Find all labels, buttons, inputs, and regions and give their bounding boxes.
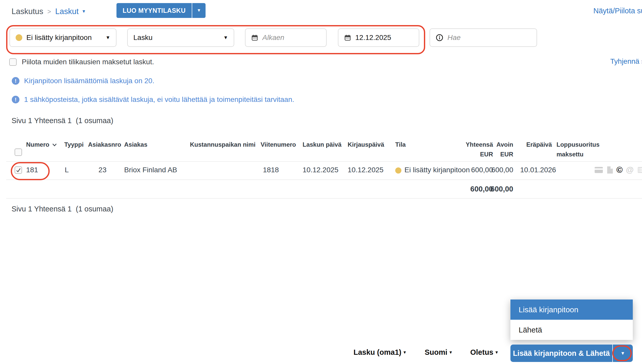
column-header-asiakas[interactable]: Asiakas	[124, 141, 147, 148]
column-header-kustannuspaikka[interactable]: Kustannuspaikan nimi	[190, 141, 255, 148]
column-header-viitenumero[interactable]: Viitenumero	[261, 141, 296, 148]
type-filter-value: Lasku	[133, 34, 153, 42]
menu-item-send[interactable]: Lähetä	[510, 320, 633, 340]
document-icon[interactable]	[606, 166, 613, 174]
type-filter-select[interactable]: Lasku ▼	[127, 28, 234, 47]
chevron-down-icon: ▼	[82, 9, 86, 14]
column-header-yhteensa[interactable]: Yhteensä	[455, 141, 493, 148]
template-select[interactable]: Lasku (oma1) ▼	[354, 348, 407, 357]
breadcrumb-section[interactable]: Laskutus	[12, 7, 43, 16]
search-placeholder: Hae	[447, 34, 461, 42]
cell-yhteensa: 600,00	[455, 166, 493, 174]
select-all-checkbox[interactable]	[15, 148, 22, 156]
date-from-input[interactable]: Alkaen	[245, 28, 327, 47]
column-header-yhteensa-unit: EUR	[455, 151, 493, 158]
hide-paid-checkbox[interactable]	[9, 58, 17, 66]
status-filter-value: Ei lisätty kirjanpitoon	[26, 34, 92, 42]
status-dot-icon	[16, 34, 22, 41]
create-invoice-split-button: LUO MYYNTILASKU ▼	[116, 3, 206, 18]
payment-card-icon[interactable]	[594, 167, 603, 173]
column-header-label: Numero	[26, 141, 49, 148]
notice-text[interactable]: 1 sähköposteista, jotka sisältävät lasku…	[24, 95, 294, 104]
hide-paid-invoices-control: Piilota muiden tilikausien maksetut lask…	[9, 58, 154, 66]
notice-text[interactable]: Kirjanpitoon lisäämättömiä laskuja on 20…	[24, 77, 154, 85]
details-list-icon[interactable]	[637, 166, 642, 174]
column-header-erapaiva[interactable]: Eräpäivä	[526, 141, 552, 148]
hide-paid-label: Piilota muiden tilikausien maksetut lask…	[22, 58, 154, 66]
credit-note-icon[interactable]: ©	[616, 166, 623, 174]
cell-viitenumero: 1818	[263, 166, 279, 174]
show-hide-filters-link[interactable]: Näytä/Piilota suod	[593, 7, 642, 15]
notice-failed-emails: ! 1 sähköposteista, jotka sisältävät las…	[12, 95, 294, 104]
column-header-asiakasnro[interactable]: Asiakasnro	[88, 141, 121, 148]
send-options-menu: Lisää kirjanpitoon Lähetä	[510, 299, 633, 340]
add-to-accounting-and-send-button[interactable]: Lisää kirjanpitoon & Lähetä	[510, 345, 612, 362]
layout-select[interactable]: Oletus ▼	[470, 348, 499, 357]
cell-kirjauspaiva: 10.12.2025	[348, 166, 383, 174]
column-header-loppusuoritus[interactable]: Loppusuoritus	[557, 141, 600, 148]
chevron-down-icon: ▼	[449, 350, 453, 355]
primary-action-dropdown-toggle[interactable]: ▼	[612, 345, 633, 362]
date-to-input[interactable]: 12.12.2025	[338, 28, 419, 47]
layout-select-value: Oletus	[470, 348, 493, 357]
invoices-page: Laskutus > Laskut ▼ LUO MYYNTILASKU ▼ Nä…	[0, 0, 642, 364]
create-invoice-button[interactable]: LUO MYYNTILASKU	[116, 3, 192, 18]
column-header-kirjauspaiva[interactable]: Kirjauspäivä	[348, 141, 384, 148]
menu-item-label: Lähetä	[519, 326, 542, 334]
cell-tyyppi: L	[65, 166, 69, 174]
sort-descending-icon	[52, 143, 57, 147]
alert-icon: !	[12, 77, 19, 85]
total-avoin: 600,00	[488, 185, 513, 193]
language-select[interactable]: Suomi ▼	[425, 348, 453, 357]
calendar-icon	[251, 34, 258, 41]
pagination-summary-top: Sivu 1 Yhteensä 1 (1 osumaa)	[12, 116, 113, 125]
date-to-value: 12.12.2025	[355, 34, 391, 42]
clear-filters-link[interactable]: Tyhjennä su	[610, 57, 642, 66]
chevron-down-icon: ▼	[403, 350, 407, 355]
column-header-tyyppi[interactable]: Tyyppi	[64, 141, 84, 148]
chevron-down-icon: ▼	[223, 35, 228, 40]
cell-erapaiva: 10.01.2026	[520, 166, 556, 174]
column-header-loppusuoritus-line2: maksettu	[557, 151, 583, 158]
column-header-avoin[interactable]: Avoin	[488, 141, 513, 148]
calendar-icon	[344, 34, 351, 41]
breadcrumb-page-label: Laskut	[55, 7, 79, 16]
chevron-down-icon: ▼	[105, 35, 110, 40]
menu-item-add-to-accounting[interactable]: Lisää kirjanpitoon	[510, 299, 633, 320]
column-header-laskun-paiva[interactable]: Laskun päivä	[303, 141, 341, 148]
chevron-down-icon: ▼	[197, 8, 201, 13]
primary-action-split-button: Lisää kirjanpitoon & Lähetä ▼	[510, 345, 633, 362]
cell-avoin: 600,00	[488, 166, 513, 174]
row-action-icons: © @	[594, 166, 642, 174]
alert-icon: !	[12, 96, 19, 103]
email-at-icon[interactable]: @	[626, 166, 634, 174]
column-header-tila[interactable]: Tila	[395, 141, 406, 148]
search-input[interactable]: Hae	[430, 28, 537, 47]
status-filter-select[interactable]: Ei lisätty kirjanpitoon ▼	[9, 28, 116, 47]
cell-laskun-paiva: 10.12.2025	[303, 166, 338, 174]
row-checkbox[interactable]	[15, 166, 22, 174]
status-dot-icon	[395, 167, 401, 174]
template-select-value: Lasku (oma1)	[354, 348, 401, 357]
breadcrumb-page-dropdown[interactable]: Laskut ▼	[55, 7, 86, 16]
notice-unposted-invoices: ! Kirjanpitoon lisäämättömiä laskuja on …	[12, 77, 154, 85]
column-header-avoin-unit: EUR	[488, 151, 513, 158]
cell-asiakasnro: 23	[88, 166, 106, 174]
date-from-placeholder: Alkaen	[262, 34, 284, 42]
table-footer-divider	[6, 198, 642, 199]
pagination-summary-bottom: Sivu 1 Yhteensä 1 (1 osumaa)	[12, 205, 113, 213]
breadcrumb-separator: >	[47, 8, 51, 15]
breadcrumb: Laskutus > Laskut ▼	[12, 7, 86, 16]
info-icon	[436, 34, 443, 41]
total-yhteensa: 600,00	[455, 185, 493, 193]
cell-numero[interactable]: 181	[26, 166, 38, 174]
chevron-down-icon: ▼	[620, 351, 625, 356]
checkmark-icon	[16, 167, 21, 173]
cell-asiakas: Briox Finland AB	[124, 166, 177, 174]
chevron-down-icon: ▼	[495, 350, 499, 355]
language-select-value: Suomi	[425, 348, 447, 357]
table-row-divider	[6, 179, 642, 180]
table-header-divider	[6, 161, 642, 162]
create-invoice-dropdown-toggle[interactable]: ▼	[192, 3, 206, 18]
column-header-numero[interactable]: Numero	[26, 141, 57, 148]
